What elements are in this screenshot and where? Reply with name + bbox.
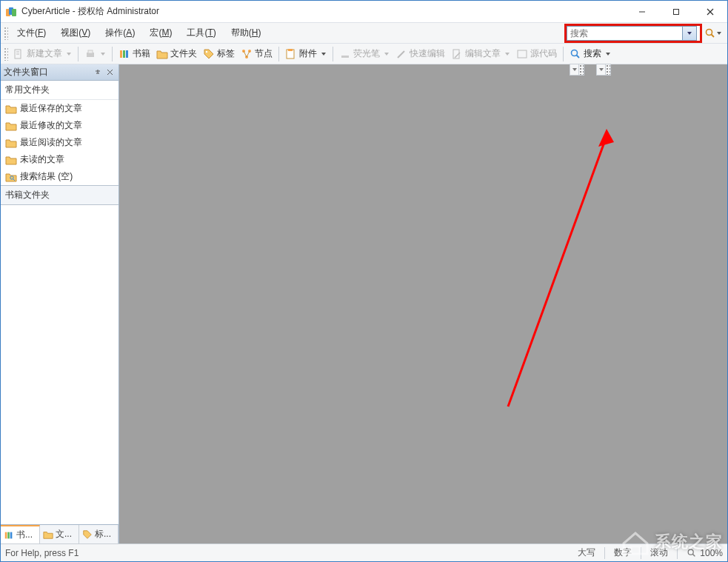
search-box-highlighted: [564, 24, 702, 43]
books-button[interactable]: 书籍: [116, 45, 153, 63]
highlighter-button[interactable]: 荧光笔: [336, 45, 393, 63]
zoom-icon: [687, 548, 697, 558]
print-button[interactable]: [81, 45, 109, 63]
svg-rect-36: [518, 50, 527, 58]
search-dropdown-button[interactable]: [682, 26, 697, 41]
svg-line-25: [244, 51, 247, 57]
chevron-down-icon: [66, 49, 72, 59]
svg-rect-4: [674, 9, 679, 14]
search-input[interactable]: [567, 26, 682, 41]
tree-item-recent-modified[interactable]: 最近修改的文章: [1, 117, 118, 134]
source-label: 源代码: [530, 47, 557, 60]
chevron-down-icon: [384, 49, 390, 59]
minimize-button[interactable]: [625, 1, 659, 23]
svg-marker-48: [599, 68, 604, 71]
tree-item-label: 搜索结果 (空): [20, 170, 73, 183]
edit-article-label: 编辑文章: [465, 47, 501, 60]
grip-icon[interactable]: [4, 47, 8, 61]
quick-edit-button[interactable]: 快速编辑: [393, 45, 448, 63]
books-icon: [118, 48, 130, 60]
menu-macro[interactable]: 宏(M): [142, 24, 179, 42]
tags-button[interactable]: 标签: [200, 45, 238, 63]
folder-icon: [5, 138, 17, 148]
nodes-label: 节点: [255, 47, 273, 60]
zoom-control[interactable]: 100%: [687, 548, 723, 558]
new-article-button[interactable]: 新建文章: [10, 45, 75, 63]
svg-marker-47: [572, 68, 577, 71]
sidebar-tab-label: 标...: [95, 528, 111, 541]
statusbar-caps: 大写: [578, 546, 595, 559]
tag-icon: [203, 48, 215, 60]
sidebar-tabs: 书... 文... 标...: [1, 524, 118, 543]
tag-icon: [82, 529, 93, 540]
chevron-down-icon: [504, 49, 510, 59]
edit-article-button[interactable]: 编辑文章: [448, 45, 513, 63]
folders-button[interactable]: 文件夹: [153, 45, 200, 63]
menu-action[interactable]: 操作(A): [98, 24, 142, 42]
statusbar-num: 数字: [614, 546, 632, 559]
book-folders-header: 书籍文件夹: [1, 185, 118, 205]
svg-line-26: [247, 51, 250, 57]
menu-help[interactable]: 帮助(H): [224, 24, 269, 42]
nodes-button[interactable]: 节点: [238, 45, 275, 63]
sidebar-tab-folders[interactable]: 文...: [40, 525, 79, 543]
svg-rect-18: [120, 50, 122, 58]
svg-line-52: [693, 554, 695, 556]
source-code-button[interactable]: 源代码: [513, 45, 560, 63]
menu-view[interactable]: 视图(V): [53, 24, 98, 42]
folder-icon: [43, 529, 53, 540]
pane-grip[interactable]: [605, 64, 611, 76]
tree-item-label: 最近阅读的文章: [20, 136, 82, 149]
edit-doc-icon: [451, 48, 463, 60]
svg-marker-35: [505, 53, 510, 56]
print-icon: [84, 48, 96, 60]
chevron-down-icon: [321, 49, 327, 59]
menu-tools[interactable]: 工具(T): [179, 24, 223, 42]
search-go-button[interactable]: [702, 27, 724, 39]
svg-rect-16: [88, 50, 93, 53]
sidebar-tab-tags[interactable]: 标...: [79, 525, 118, 543]
grip-icon[interactable]: [4, 27, 8, 40]
maximize-button[interactable]: [659, 1, 693, 23]
sidebar-tab-books[interactable]: 书...: [1, 525, 40, 543]
tree-item-search-results[interactable]: 搜索结果 (空): [1, 168, 118, 185]
app-icon: [5, 6, 17, 18]
folder-icon: [5, 104, 17, 114]
svg-marker-29: [321, 53, 326, 56]
search-button[interactable]: 搜索: [567, 45, 614, 63]
close-pane-icon[interactable]: [104, 67, 116, 78]
chevron-down-icon: [100, 49, 106, 59]
titlebar: CyberArticle - 授权给 Administrator: [1, 1, 727, 23]
pane-header: 文件夹窗口: [1, 64, 118, 81]
svg-marker-39: [606, 53, 610, 56]
svg-rect-44: [5, 532, 7, 538]
statusbar-help-text: For Help, press F1: [5, 548, 569, 558]
svg-rect-28: [288, 49, 293, 51]
menubar: 文件(F) 视图(V) 操作(A) 宏(M) 工具(T) 帮助(H): [1, 23, 727, 44]
pin-icon[interactable]: [92, 67, 104, 78]
tree-item-recent-saved[interactable]: 最近保存的文章: [1, 100, 118, 117]
zoom-value: 100%: [700, 548, 723, 558]
statusbar: For Help, press F1 大写 数字 滚动 100%: [1, 543, 727, 561]
folder-icon: [5, 155, 17, 165]
tree-item-label: 最近修改的文章: [20, 119, 82, 132]
menu-file[interactable]: 文件(F): [10, 24, 53, 42]
svg-rect-2: [12, 9, 16, 16]
search-label: 搜索: [584, 47, 601, 60]
tree-item-label: 未读的文章: [20, 153, 64, 166]
source-icon: [516, 48, 528, 60]
svg-point-51: [688, 549, 693, 555]
pane-grip[interactable]: [578, 64, 584, 76]
search-icon: [570, 48, 581, 60]
sidebar: 文件夹窗口 常用文件夹 最近保存的文章 最近修改的文章 最近阅读的文章: [1, 64, 119, 543]
search-folder-icon: [5, 172, 17, 182]
books-icon: [4, 530, 14, 541]
svg-rect-45: [7, 532, 10, 538]
attachments-button[interactable]: 附件: [282, 45, 330, 63]
tree-item-unread[interactable]: 未读的文章: [1, 151, 118, 168]
svg-point-37: [572, 50, 578, 56]
tree-item-recent-read[interactable]: 最近阅读的文章: [1, 134, 118, 151]
svg-point-21: [206, 50, 207, 52]
close-button[interactable]: [693, 1, 727, 23]
svg-marker-10: [717, 32, 721, 35]
